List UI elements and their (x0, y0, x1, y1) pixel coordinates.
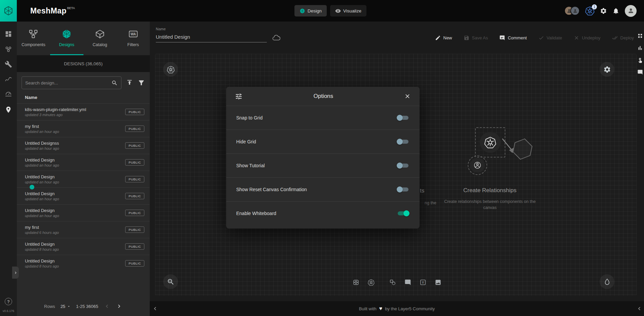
telemetry-icon[interactable] (5, 91, 12, 98)
comment-tool-button[interactable] (402, 276, 414, 288)
save-as-button[interactable]: Save As (464, 35, 488, 41)
text-tool-button[interactable]: T (417, 276, 429, 288)
ink-drop-button[interactable] (600, 274, 614, 289)
wasm-filters-icon: WA (128, 29, 138, 39)
design-updated: updated an hour ago (25, 214, 59, 218)
meshmap-pin-icon[interactable] (5, 106, 12, 113)
components-tool-button[interactable] (350, 276, 362, 288)
design-name: Untitled Design (25, 157, 59, 163)
enable-whiteboard-toggle[interactable] (397, 210, 409, 217)
obscured-hint-fragment: ts (420, 187, 424, 194)
touch-pointer-icon[interactable] (637, 57, 643, 63)
import-design-icon[interactable] (126, 79, 133, 86)
design-list-item[interactable]: Untitled Designssupdated an hour ago PUB… (17, 137, 150, 154)
bar-chart-icon[interactable] (637, 45, 643, 51)
design-updated: updated an hour ago (25, 130, 59, 134)
zoom-button[interactable] (163, 274, 178, 289)
double-check-icon (612, 35, 618, 41)
design-name-input[interactable] (156, 33, 267, 42)
design-updated: updated 3 minutes ago (25, 113, 86, 117)
catalog-icon (95, 29, 105, 39)
rows-per-page-dropdown[interactable]: 25 (61, 304, 71, 309)
media-tool-button[interactable] (432, 276, 444, 288)
visibility-badge: PUBLIC (125, 109, 144, 115)
notifications-bell-icon[interactable] (612, 7, 619, 14)
options-modal: Options Snap to Grid Hide Grid Show Tuto… (226, 87, 420, 229)
design-list-item[interactable]: my firstupdated 6 hours ago PUBLIC (17, 221, 150, 238)
gear-icon (603, 66, 611, 73)
design-list-item[interactable]: Untitled Designupdated an hour ago PUBLI… (17, 204, 150, 221)
layer5-logo[interactable] (0, 0, 17, 22)
designs-count-header: DESIGNS (36,065) (17, 55, 150, 72)
design-list-item[interactable]: my firstupdated an hour ago PUBLIC (17, 120, 150, 137)
design-name: Untitled Design (25, 242, 59, 247)
action-label: Deploy (620, 35, 634, 40)
next-page-button[interactable] (116, 303, 122, 310)
toolkit-icon[interactable] (5, 61, 12, 68)
dashboard-icon[interactable] (5, 30, 12, 38)
visualize-mode-tab[interactable]: Visualize (330, 5, 366, 16)
kubernetes-context-switcher[interactable]: 1 (585, 6, 595, 15)
tab-catalog[interactable]: Catalog (83, 22, 117, 55)
search-input[interactable] (25, 80, 111, 85)
search-row (17, 72, 150, 94)
components-icon (28, 29, 38, 39)
tab-designs[interactable]: Designs (50, 22, 83, 55)
validate-button[interactable]: Validate (538, 35, 562, 41)
show-tutorial-toggle[interactable] (397, 162, 409, 169)
new-design-button[interactable]: New (435, 35, 452, 41)
design-list-item[interactable]: Untitled Designupdated 8 hours ago PUBLI… (17, 238, 150, 255)
design-updated: updated an hour ago (25, 163, 59, 167)
design-list-item[interactable]: Untitled Designupdated 8 hours ago PUBLI… (17, 255, 150, 272)
settings-gear-icon[interactable] (600, 7, 607, 14)
design-mode-tab[interactable]: Design (294, 5, 327, 16)
snap-to-grid-toggle[interactable] (397, 114, 409, 121)
panel-tabs: Components Designs Catalog WA Filters (17, 22, 150, 55)
caret-down-icon (67, 305, 71, 308)
designs-panel: Components Designs Catalog WA Filters DE… (17, 22, 150, 316)
meshery-design-icon (299, 8, 305, 14)
tab-label: Filters (128, 42, 139, 47)
search-icon[interactable] (111, 80, 118, 86)
collapse-left-chevron[interactable] (152, 305, 158, 312)
tab-components[interactable]: Components (17, 22, 50, 55)
design-list-item[interactable]: Untitled Designupdated an hour ago PUBLI… (17, 154, 150, 171)
chat-icon[interactable] (637, 69, 643, 75)
tune-sliders-icon (235, 93, 243, 100)
context-count-badge: 1 (592, 4, 597, 9)
undeploy-button[interactable]: Undeploy (574, 35, 601, 41)
owner-avatar-dot (30, 185, 34, 189)
canvas-options-button[interactable] (600, 62, 614, 77)
performance-icon[interactable] (5, 76, 12, 83)
design-list-item[interactable]: Untitled Designupdated an hour ago PUBLI… (17, 187, 150, 204)
collapse-right-chevron[interactable] (636, 305, 643, 312)
previous-page-button[interactable] (104, 303, 110, 310)
heart-icon: ♥ (379, 306, 383, 311)
show-reset-canvas-confirmation-toggle[interactable] (397, 186, 409, 193)
design-list-item[interactable]: k8s-wasm-plugin-ratelimiter.ymlupdated 3… (17, 103, 150, 120)
kubernetes-tool-button[interactable] (365, 276, 377, 288)
help-icon[interactable]: ? (5, 298, 12, 305)
comment-button[interactable]: Comment (499, 35, 527, 41)
visibility-badge: PUBLIC (125, 176, 144, 182)
user-avatar[interactable] (625, 5, 637, 17)
kubernetes-canvas-button[interactable] (163, 62, 178, 77)
tab-filters[interactable]: WA Filters (116, 22, 150, 55)
mode-switcher: Design Visualize (294, 5, 366, 16)
hide-grid-toggle[interactable] (397, 138, 409, 145)
beta-badge: BETA (67, 6, 75, 10)
design-list-item[interactable]: Untitled Designupdated an hour ago PUBLI… (17, 171, 150, 187)
app-title: MeshMapBETA (30, 6, 75, 15)
design-name: Untitled Design (25, 258, 59, 264)
filter-funnel-icon[interactable] (138, 79, 145, 86)
collaborator-avatar[interactable] (570, 6, 580, 15)
expand-sidebar-tab[interactable] (12, 267, 19, 279)
action-label: New (443, 35, 452, 40)
apps-grid-icon[interactable] (637, 33, 643, 39)
option-label: Enable Whiteboard (236, 211, 276, 216)
close-icon[interactable] (404, 93, 411, 100)
deploy-button[interactable]: Deploy (612, 35, 634, 41)
relationship-demo-arrow-hexagon (500, 133, 537, 166)
lifecycle-icon[interactable] (5, 45, 12, 53)
shapes-tool-button[interactable] (387, 276, 399, 288)
